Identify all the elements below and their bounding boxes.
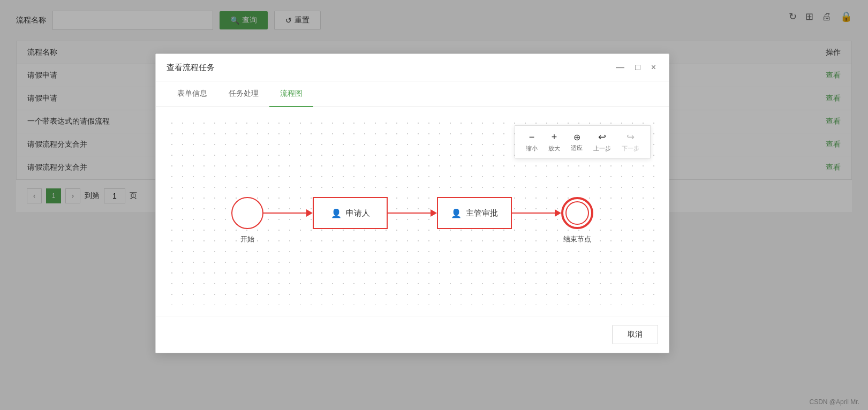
- redo-icon: ↪: [627, 131, 635, 143]
- modal-footer: 取消: [156, 316, 669, 353]
- tab-flow-chart[interactable]: 流程图: [269, 81, 313, 107]
- fit-tool[interactable]: ⊕ 适应: [565, 130, 588, 154]
- flow-diagram: 开始 👤 申请人 申请人: [231, 197, 593, 229]
- zoom-out-tool[interactable]: − 缩小: [520, 130, 543, 155]
- undo-icon: ↩: [598, 131, 606, 143]
- maximize-button[interactable]: □: [633, 62, 643, 73]
- supervisor-node: 👤 主管审批: [437, 197, 512, 229]
- arrow-head-3: [555, 209, 561, 217]
- tab-task-process[interactable]: 任务处理: [218, 81, 269, 107]
- arrow-3: [512, 209, 561, 217]
- minimize-button[interactable]: —: [614, 62, 627, 73]
- cancel-button[interactable]: 取消: [612, 325, 658, 344]
- zoom-in-tool[interactable]: + 放大: [543, 130, 565, 155]
- end-label: 结束节点: [563, 234, 591, 244]
- plus-icon: +: [552, 132, 557, 143]
- start-node: [231, 197, 263, 229]
- redo-tool[interactable]: ↪ 下一步: [616, 129, 645, 155]
- modal-tabs: 表单信息 任务处理 流程图: [156, 81, 669, 107]
- start-label: 开始: [240, 234, 254, 244]
- arrow-shaft-2: [388, 212, 431, 214]
- modal-header: 查看流程任务 — □ ×: [156, 54, 669, 81]
- end-node-wrapper: 结束节点: [561, 197, 593, 229]
- start-node-wrapper: 开始: [231, 197, 263, 229]
- arrow-2: [388, 209, 437, 217]
- undo-tool[interactable]: ↩ 上一步: [588, 129, 616, 155]
- minus-icon: −: [529, 132, 535, 143]
- supervisor-node-wrapper: 👤 主管审批: [437, 197, 512, 229]
- arrow-1: [263, 209, 313, 217]
- flow-area: − 缩小 + 放大 ⊕ 适应 ↩ 上一步 ↪ 下一步: [156, 107, 669, 316]
- close-button[interactable]: ×: [649, 62, 658, 73]
- tab-form-info[interactable]: 表单信息: [167, 81, 218, 107]
- modal-dialog: 查看流程任务 — □ × 表单信息 任务处理 流程图 − 缩小 + 放大: [155, 54, 669, 353]
- end-node: [561, 197, 593, 229]
- applicant-node-wrapper: 👤 申请人 申请人: [313, 197, 388, 229]
- flow-canvas: − 缩小 + 放大 ⊕ 适应 ↩ 上一步 ↪ 下一步: [167, 118, 658, 305]
- end-node-inner: [565, 201, 589, 225]
- arrow-head-2: [431, 209, 437, 217]
- arrow-shaft-3: [512, 212, 555, 214]
- flow-toolbar: − 缩小 + 放大 ⊕ 适应 ↩ 上一步 ↪ 下一步: [515, 125, 651, 158]
- arrow-shaft-1: [263, 212, 306, 214]
- modal-title: 查看流程任务: [167, 63, 215, 73]
- modal-controls: — □ ×: [614, 62, 658, 73]
- user-icon-1: 👤: [331, 208, 342, 218]
- fit-icon: ⊕: [573, 132, 580, 142]
- arrow-head-1: [306, 209, 313, 217]
- user-icon-2: 👤: [451, 208, 462, 218]
- applicant-node: 👤 申请人: [313, 197, 388, 229]
